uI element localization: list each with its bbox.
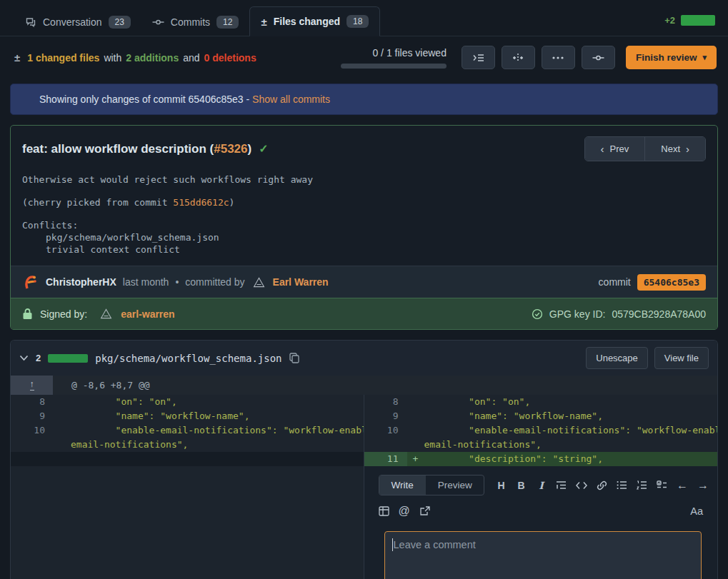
quote-icon[interactable] bbox=[556, 480, 567, 490]
gpg-key-info: GPG key ID: 0579CB2928A78A00 bbox=[532, 308, 706, 320]
commit-message-body: Otherwise act would reject such workflow… bbox=[11, 169, 717, 266]
files-viewed-progress-bar bbox=[341, 64, 447, 69]
tab-commits-label: Commits bbox=[171, 16, 210, 28]
commit-sha-badge[interactable]: 65406c85e3 bbox=[637, 274, 706, 291]
line-number[interactable]: 8 bbox=[11, 395, 54, 409]
diff-row-placeholder bbox=[11, 452, 364, 466]
diff-bottom-row: Write Preview H B I bbox=[11, 466, 717, 579]
diff-row: 10 "enable-email-notifications": "workfl… bbox=[364, 423, 718, 438]
unordered-list-icon[interactable] bbox=[617, 480, 627, 490]
expand-hunk-button[interactable]: ↑ bbox=[11, 376, 53, 395]
with-text: with bbox=[104, 52, 121, 64]
tab-files-changed[interactable]: ± Files changed 18 bbox=[249, 6, 380, 36]
line-number[interactable]: 9 bbox=[11, 409, 54, 423]
gpg-key-label: GPG key ID: bbox=[549, 308, 606, 320]
gpg-key-value: 0579CB2928A78A00 bbox=[612, 308, 706, 320]
view-file-button[interactable]: View file bbox=[654, 347, 709, 369]
code-icon[interactable] bbox=[576, 481, 587, 490]
text-caret bbox=[392, 538, 393, 551]
diff-sign bbox=[407, 438, 424, 452]
finish-review-button[interactable]: Finish review ▾ bbox=[626, 46, 717, 69]
split-view-button[interactable] bbox=[502, 46, 535, 69]
line-number[interactable]: 8 bbox=[364, 395, 407, 409]
author-name-link[interactable]: ChristopherHX bbox=[46, 276, 116, 288]
line-number[interactable]: 11 bbox=[364, 452, 407, 466]
plus-sign: + bbox=[407, 452, 424, 466]
conversation-icon bbox=[25, 16, 36, 28]
file-header-buttons: Unescape View file bbox=[586, 347, 709, 369]
diff-sign bbox=[54, 409, 71, 423]
diff-pane-new: 8 "on": "on", 9 "name": "workflow-name",… bbox=[364, 395, 718, 466]
pr-tab-bar: Conversation 23 Commits 12 ± Files chang… bbox=[0, 0, 728, 36]
tab-commits[interactable]: Commits 12 bbox=[141, 8, 250, 36]
commit-title-text: feat: allow workflow description ( bbox=[22, 142, 214, 156]
signer-name-link[interactable]: earl-warren bbox=[121, 308, 174, 320]
diff-sign bbox=[407, 395, 424, 409]
write-tab[interactable]: Write bbox=[379, 475, 426, 495]
inline-comment-editor: Write Preview H B I bbox=[364, 466, 718, 579]
editor-extra-row: @ Aa bbox=[379, 505, 709, 518]
line-number[interactable]: 10 bbox=[11, 423, 54, 438]
redo-icon[interactable]: → bbox=[697, 479, 709, 492]
text-size-button[interactable]: Aa bbox=[690, 505, 703, 517]
chevron-right-icon: › bbox=[686, 144, 689, 154]
reference-icon[interactable] bbox=[419, 506, 430, 516]
italic-icon[interactable]: I bbox=[536, 480, 547, 491]
copy-path-icon[interactable] bbox=[289, 353, 299, 363]
line-number[interactable]: 9 bbox=[364, 409, 407, 423]
undo-icon[interactable]: ← bbox=[677, 479, 688, 492]
cherry-pick-sha-link[interactable]: 515dd6612c bbox=[173, 197, 229, 208]
signer-avatar[interactable] bbox=[99, 306, 114, 321]
tab-conversation[interactable]: Conversation 23 bbox=[14, 8, 141, 36]
preview-tab[interactable]: Preview bbox=[426, 475, 484, 495]
code-line: "enable-email-notifications": "workflow-… bbox=[424, 423, 718, 438]
code-line: "name": "workflow-name", bbox=[71, 409, 249, 423]
show-all-commits-link[interactable]: Show all commits bbox=[252, 94, 330, 105]
notice-text: Showing only changes of commit 65406c85e… bbox=[39, 94, 252, 105]
committed-by-label: committed by bbox=[185, 276, 244, 288]
prev-commit-button[interactable]: ‹ Prev bbox=[585, 137, 646, 161]
heading-icon[interactable]: H bbox=[496, 480, 507, 491]
split-diff: 8 "on": "on", 9 "name": "workflow-name",… bbox=[11, 395, 717, 466]
diff-bottom-left-empty bbox=[11, 466, 364, 579]
committer-name-link[interactable]: Earl Warren bbox=[273, 276, 329, 288]
bold-icon[interactable]: B bbox=[516, 480, 527, 491]
next-commit-button[interactable]: Next › bbox=[645, 137, 705, 161]
code-line: email-notifications", bbox=[71, 438, 188, 452]
and-text: and bbox=[183, 52, 199, 64]
diff-options-button[interactable] bbox=[542, 46, 575, 69]
unescape-button[interactable]: Unescape bbox=[586, 347, 648, 369]
author-avatar[interactable] bbox=[22, 273, 39, 291]
comment-input[interactable] bbox=[384, 531, 702, 579]
changed-files-link[interactable]: 1 changed files bbox=[27, 52, 99, 64]
finish-review-label: Finish review bbox=[636, 52, 697, 63]
conflict-file: pkg/schema/workflow_schema.json bbox=[22, 231, 706, 243]
committer-avatar[interactable] bbox=[251, 275, 266, 290]
mention-icon[interactable]: @ bbox=[399, 505, 410, 518]
cherry-pick-text: (cherry picked from commit bbox=[22, 197, 173, 208]
file-name-link[interactable]: pkg/schema/workflow_schema.json bbox=[95, 353, 281, 364]
diff-sign bbox=[54, 438, 71, 452]
expand-up-icon: ↑ bbox=[30, 380, 34, 391]
issue-ref-link[interactable]: #5326 bbox=[214, 142, 247, 156]
diff-pane-old: 8 "on": "on", 9 "name": "workflow-name",… bbox=[11, 395, 364, 466]
code-line: "on": "on", bbox=[424, 395, 531, 409]
conversation-count-badge: 23 bbox=[109, 16, 131, 29]
editor-toolbar-row: Write Preview H B I bbox=[379, 475, 709, 495]
diff-icon: ± bbox=[261, 16, 266, 28]
editor-mode-tabs: Write Preview bbox=[379, 475, 485, 495]
file-tree-toggle-button[interactable] bbox=[462, 46, 495, 69]
commit-message-line: Otherwise act would reject such workflow… bbox=[22, 173, 706, 186]
ordered-list-icon[interactable] bbox=[637, 480, 647, 490]
hunk-header-text: @ -8,6 +8,7 @@ bbox=[53, 376, 150, 395]
diff-summary-text: ± 1 changed files with 2 additions and 0… bbox=[14, 51, 256, 64]
table-icon[interactable] bbox=[379, 506, 389, 516]
link-icon[interactable] bbox=[597, 480, 607, 490]
task-list-icon[interactable] bbox=[657, 480, 667, 490]
commit-box: feat: allow workflow description (#5326)… bbox=[10, 125, 718, 330]
line-number[interactable]: 10 bbox=[364, 423, 407, 438]
commit-select-button[interactable] bbox=[582, 46, 615, 69]
formatting-tools: H B I bbox=[496, 479, 709, 492]
collapse-chevron-icon[interactable] bbox=[19, 355, 29, 361]
commit-title-close: ) bbox=[248, 142, 252, 156]
